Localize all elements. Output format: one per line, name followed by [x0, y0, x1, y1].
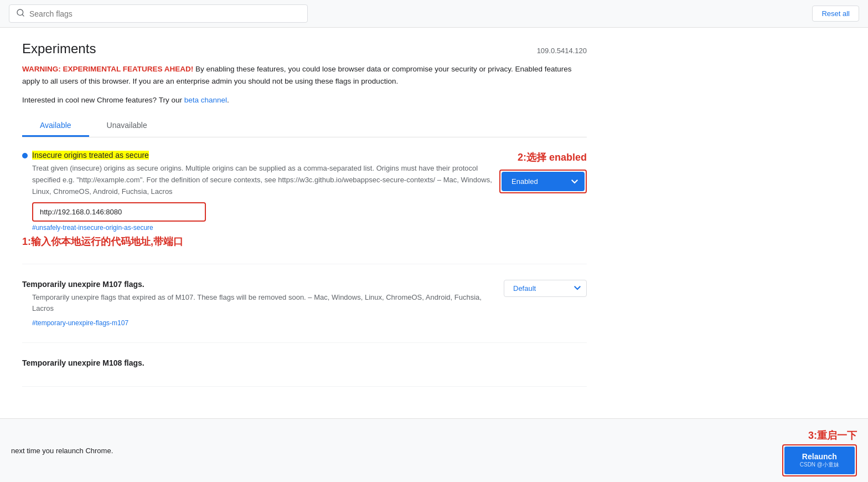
tabs-bar: Available Unavailable — [22, 115, 587, 137]
flag-insecure-origins: Insecure origins treated as secure Treat… — [22, 151, 587, 264]
flag2-right: Default Enabled Disabled — [498, 280, 587, 297]
page-title-row: Experiments 109.0.5414.120 — [22, 41, 587, 57]
beta-channel-link[interactable]: beta channel — [184, 96, 227, 104]
flag1-text-input[interactable]: http://192.168.0.146:8080 — [33, 203, 205, 221]
flag1-link[interactable]: #unsafely-treat-insecure-origin-as-secur… — [32, 224, 499, 232]
flag-m107: Temporarily unexpire M107 flags. Tempora… — [22, 280, 587, 343]
flag1-select-red-border: Default Enabled Disabled — [499, 170, 587, 193]
flag-m108: Temporarily unexpire M108 flags. — [22, 358, 587, 387]
flag1-right-section: 2:选择 enabled Default Enabled Disabled — [499, 151, 587, 193]
search-icon — [16, 8, 25, 19]
flag2-description: Temporarily unexpire flags that expired … — [32, 292, 498, 315]
flag2-left: Temporarily unexpire M107 flags. Tempora… — [22, 280, 498, 327]
flag1-title: Insecure origins treated as secure — [32, 151, 149, 160]
flag1-dot — [22, 153, 28, 158]
warning-red-text: WARNING: EXPERIMENTAL FEATURES AHEAD! — [22, 65, 193, 73]
svg-line-1 — [22, 14, 24, 16]
search-input[interactable] — [29, 9, 301, 18]
flag2-title: Temporarily unexpire M107 flags. — [22, 280, 144, 289]
flag1-header: Insecure origins treated as secure — [22, 151, 499, 160]
flag2-header: Temporarily unexpire M107 flags. — [22, 280, 498, 289]
page-title: Experiments — [22, 41, 96, 57]
header-bar: Reset all — [0, 0, 868, 28]
beta-channel-prefix: Interested in cool new Chrome features? … — [22, 96, 184, 104]
flag1-input-red-border: http://192.168.0.146:8080 — [32, 202, 206, 222]
flag1-description: Treat given (insecure) origins as secure… — [32, 163, 499, 197]
flag3-left: Temporarily unexpire M108 flags. — [22, 358, 587, 371]
step2-annotation: 2:选择 enabled — [518, 151, 587, 164]
search-wrapper — [9, 4, 308, 23]
version-text: 109.0.5414.120 — [537, 47, 587, 55]
tab-unavailable[interactable]: Unavailable — [89, 115, 165, 137]
main-content: Experiments 109.0.5414.120 WARNING: EXPE… — [0, 28, 609, 416]
flag3-header: Temporarily unexpire M108 flags. — [22, 358, 587, 367]
reset-all-button[interactable]: Reset all — [812, 6, 859, 22]
flag3-title: Temporarily unexpire M108 flags. — [22, 358, 144, 367]
step1-annotation: 1:输入你本地运行的代码地址,带端口 — [22, 235, 587, 248]
tab-available[interactable]: Available — [22, 115, 89, 137]
flag1-left-section: Insecure origins treated as secure Treat… — [22, 151, 499, 231]
warning-box: WARNING: EXPERIMENTAL FEATURES AHEAD! By… — [22, 63, 587, 87]
beta-channel-period: . — [227, 96, 229, 104]
flag1-input-wrapper: http://192.168.0.146:8080 — [32, 202, 499, 222]
beta-channel-row: Interested in cool new Chrome features? … — [22, 96, 587, 104]
flag1-select[interactable]: Default Enabled Disabled — [502, 172, 585, 191]
flag2-select[interactable]: Default Enabled Disabled — [504, 280, 587, 297]
flag2-link[interactable]: #temporary-unexpire-flags-m107 — [32, 319, 498, 327]
